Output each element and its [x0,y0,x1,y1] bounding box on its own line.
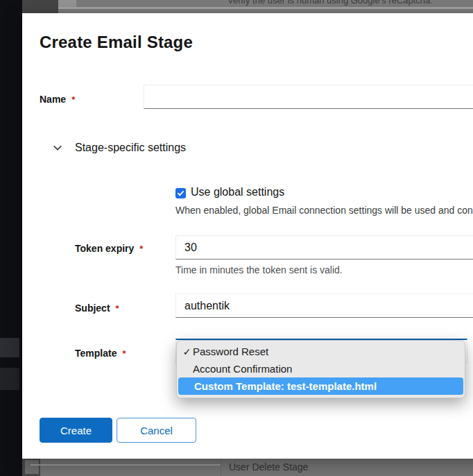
create-email-stage-modal: Create Email Stage Name* Stage-specific … [22,13,473,459]
background-row-border [58,7,473,9]
background-captcha-row-text: Verify the user is human using Google's … [227,0,433,6]
name-label-text: Name [40,94,66,105]
dropdown-option-label: Account Confirmation [193,363,292,375]
name-input[interactable] [144,85,473,109]
stage-specific-settings-toggle[interactable]: Stage-specific settings [53,140,186,155]
use-global-settings-help: When enabled, global Email connection se… [175,205,473,216]
required-asterisk: * [71,94,75,105]
token-expiry-label: Token expiry* [75,243,143,254]
dropdown-option-label: Custom Template: test-template.html [194,380,377,392]
background-user-delete-stage-text: User Delete Stage [229,461,308,473]
subject-label: Subject* [75,303,119,314]
cancel-button[interactable]: Cancel [117,418,196,443]
cancel-button-label: Cancel [140,425,173,436]
sidebar-item-shadow [0,368,19,390]
background-column-divider [221,459,221,476]
background-row-border [31,464,221,466]
dropdown-option-label: Password Reset [193,346,268,357]
dropdown-option-custom-template[interactable]: Custom Template: test-template.html [178,377,463,395]
use-global-settings-label[interactable]: Use global settings [191,186,284,198]
chevron-down-icon [53,143,62,153]
required-asterisk: * [139,244,143,254]
template-dropdown-popup: ✓ Password Reset Account Confirmation Cu… [176,340,465,398]
app-sidebar [0,0,22,476]
create-button[interactable]: Create [40,418,112,443]
dropdown-option-password-reset[interactable]: ✓ Password Reset [177,343,465,360]
token-expiry-help: Time in minutes the token sent is valid. [175,264,343,275]
background-checkbox-cell [25,460,39,474]
background-table-cell [22,0,58,14]
selected-check-icon: ✓ [181,346,193,357]
subject-input[interactable] [175,294,473,318]
required-asterisk: * [116,303,119,314]
check-icon [177,189,184,197]
modal-title: Create Email Stage [40,33,193,52]
use-global-settings-checkbox[interactable] [175,188,186,198]
token-expiry-label-text: Token expiry [75,243,134,254]
stage-specific-settings-label: Stage-specific settings [75,142,186,154]
subject-label-text: Subject [75,303,110,314]
required-asterisk: * [122,348,126,359]
template-label-text: Template [75,348,117,359]
template-label: Template* [75,348,126,359]
token-expiry-input[interactable] [175,235,473,260]
dropdown-option-account-confirmation[interactable]: Account Confirmation [177,360,465,377]
create-button-label: Create [60,425,92,436]
sidebar-item-shadow [0,338,19,357]
name-label: Name* [40,94,75,105]
